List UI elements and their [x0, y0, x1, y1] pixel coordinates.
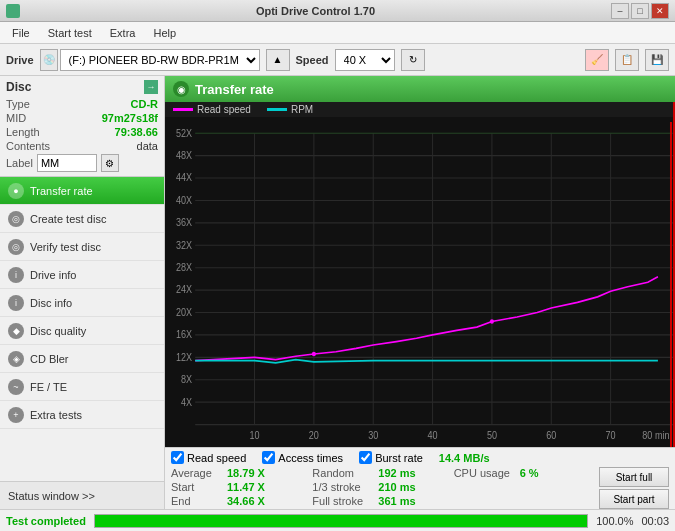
end-label: End	[171, 495, 223, 507]
burst-rate-value: 14.4 MB/s	[439, 452, 490, 464]
nav-transfer-rate[interactable]: ● Transfer rate	[0, 177, 164, 205]
nav-create-test-disc[interactable]: ◎ Create test disc	[0, 205, 164, 233]
refresh-button[interactable]: ↻	[401, 49, 425, 71]
legend-rpm: RPM	[267, 104, 313, 115]
disc-arrow-button[interactable]: →	[144, 80, 158, 94]
menu-file[interactable]: File	[4, 25, 38, 41]
minimize-button[interactable]: –	[611, 3, 629, 19]
nav-disc-quality[interactable]: ◆ Disc quality	[0, 317, 164, 345]
menu-help[interactable]: Help	[145, 25, 184, 41]
contents-value: data	[137, 140, 158, 152]
svg-text:36X: 36X	[176, 217, 193, 229]
stroke13-value: 210 ms	[378, 481, 415, 493]
clear-button[interactable]: 🧹	[585, 49, 609, 71]
copy-button[interactable]: 📋	[615, 49, 639, 71]
random-label: Random	[312, 467, 374, 479]
burst-rate-checkbox-label[interactable]: Burst rate	[359, 451, 423, 464]
label-settings-icon[interactable]: ⚙	[101, 154, 119, 172]
length-label: Length	[6, 126, 40, 138]
start-full-button[interactable]: Start full	[599, 467, 669, 487]
average-label: Average	[171, 467, 223, 479]
end-value: 34.66 X	[227, 495, 265, 507]
read-speed-checkbox-label[interactable]: Read speed	[171, 451, 246, 464]
stroke13-label: 1/3 stroke	[312, 481, 374, 493]
mid-label: MID	[6, 112, 26, 124]
nav-list: ● Transfer rate ◎ Create test disc ◎ Ver…	[0, 177, 164, 481]
status-window-button[interactable]: Status window >>	[0, 481, 164, 509]
progress-percent: 100.0%	[596, 515, 633, 527]
disc-quality-icon: ◆	[8, 323, 24, 339]
nav-cd-bler[interactable]: ◈ CD Bler	[0, 345, 164, 373]
cpu-usage-label: CPU usage	[454, 467, 516, 479]
legend-rpm-color	[267, 108, 287, 111]
fe-te-icon: ~	[8, 379, 24, 395]
menu-start-test[interactable]: Start test	[40, 25, 100, 41]
eject-button[interactable]: ▲	[266, 49, 290, 71]
menu-extra[interactable]: Extra	[102, 25, 144, 41]
maximize-button[interactable]: □	[631, 3, 649, 19]
svg-text:4X: 4X	[181, 396, 193, 408]
svg-text:32X: 32X	[176, 239, 193, 251]
nav-drive-info[interactable]: i Drive info	[0, 261, 164, 289]
speed-label: Speed	[296, 54, 329, 66]
progress-bar-inner	[95, 515, 587, 527]
contents-label: Contents	[6, 140, 50, 152]
app-icon	[6, 4, 20, 18]
transfer-rate-icon: ●	[8, 183, 24, 199]
average-value: 18.79 X	[227, 467, 265, 479]
type-label: Type	[6, 98, 30, 110]
start-label: Start	[171, 481, 223, 493]
extra-tests-icon: +	[8, 407, 24, 423]
progress-time: 00:03	[641, 515, 669, 527]
svg-rect-0	[165, 122, 673, 447]
svg-text:44X: 44X	[176, 172, 193, 184]
nav-extra-tests[interactable]: + Extra tests	[0, 401, 164, 429]
disc-info-icon: i	[8, 295, 24, 311]
window-title: Opti Drive Control 1.70	[20, 5, 611, 17]
start-part-button[interactable]: Start part	[599, 489, 669, 509]
svg-text:50: 50	[487, 430, 497, 442]
svg-text:52X: 52X	[176, 127, 193, 139]
close-button[interactable]: ✕	[651, 3, 669, 19]
save-button[interactable]: 💾	[645, 49, 669, 71]
drive-select[interactable]: (F:) PIONEER BD-RW BDR-PR1M 1.65	[60, 49, 260, 71]
title-bar: Opti Drive Control 1.70 – □ ✕	[0, 0, 675, 22]
svg-text:70: 70	[606, 430, 616, 442]
cpu-usage-value: 6 %	[520, 467, 539, 479]
drive-label: Drive	[6, 54, 34, 66]
full-stroke-label: Full stroke	[312, 495, 374, 507]
progress-label: Test completed	[6, 515, 86, 527]
svg-text:60: 60	[546, 430, 556, 442]
read-speed-checkbox[interactable]	[171, 451, 184, 464]
svg-text:20X: 20X	[176, 306, 193, 318]
start-value: 11.47 X	[227, 481, 265, 493]
svg-text:80 min: 80 min	[642, 430, 669, 442]
svg-point-43	[312, 352, 316, 356]
menu-bar: File Start test Extra Help	[0, 22, 675, 44]
speed-select[interactable]: 40 X	[335, 49, 395, 71]
svg-text:30: 30	[368, 430, 378, 442]
random-value: 192 ms	[378, 467, 415, 479]
nav-fe-te[interactable]: ~ FE / TE	[0, 373, 164, 401]
access-times-checkbox-label[interactable]: Access times	[262, 451, 343, 464]
svg-text:28X: 28X	[176, 262, 193, 274]
svg-text:12X: 12X	[176, 351, 193, 363]
nav-verify-test-disc[interactable]: ◎ Verify test disc	[0, 233, 164, 261]
svg-text:16X: 16X	[176, 329, 193, 341]
legend-read-speed-color	[173, 108, 193, 111]
label-input[interactable]	[37, 154, 97, 172]
svg-text:40: 40	[428, 430, 438, 442]
nav-disc-info[interactable]: i Disc info	[0, 289, 164, 317]
progress-bar-outer	[94, 514, 588, 528]
burst-rate-checkbox[interactable]	[359, 451, 372, 464]
verify-test-icon: ◎	[8, 239, 24, 255]
length-value: 79:38.66	[115, 126, 158, 138]
disc-title: Disc	[6, 80, 31, 94]
chart-svg: 52X 48X 44X 40X 36X 32X 28X 24X 20X 16X …	[165, 122, 673, 447]
svg-point-44	[490, 319, 494, 323]
svg-text:40X: 40X	[176, 194, 193, 206]
drive-icon: 💿	[40, 49, 58, 71]
svg-text:20: 20	[309, 430, 319, 442]
label-label: Label	[6, 157, 33, 169]
access-times-checkbox[interactable]	[262, 451, 275, 464]
